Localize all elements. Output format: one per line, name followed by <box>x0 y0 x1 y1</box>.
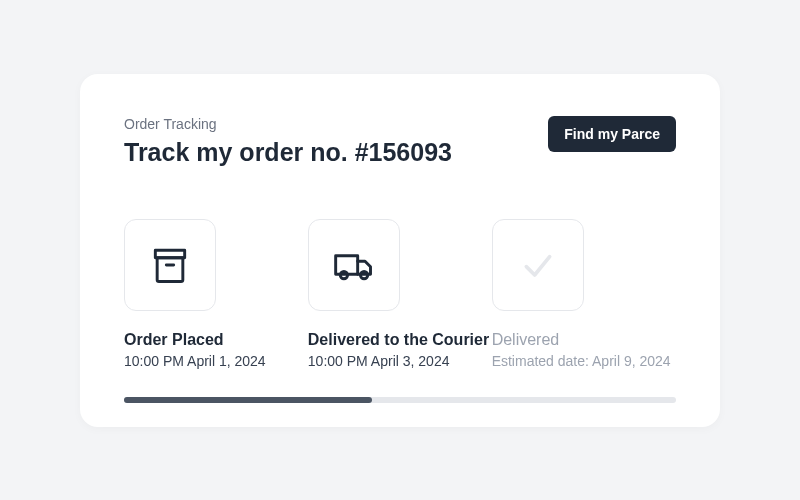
page-title: Track my order no. #156093 <box>124 138 452 167</box>
step-title: Delivered to the Courier <box>308 331 492 349</box>
step-order-placed: Order Placed 10:00 PM April 1, 2024 <box>124 219 308 369</box>
progress-bar <box>124 397 676 403</box>
check-icon <box>492 219 584 311</box>
step-subtitle: Estimated date: April 9, 2024 <box>492 353 676 369</box>
step-courier: Delivered to the Courier 10:00 PM April … <box>308 219 492 369</box>
eyebrow-label: Order Tracking <box>124 116 452 132</box>
progress-fill <box>124 397 372 403</box>
step-subtitle: 10:00 PM April 3, 2024 <box>308 353 492 369</box>
truck-icon <box>308 219 400 311</box>
step-subtitle: 10:00 PM April 1, 2024 <box>124 353 308 369</box>
box-icon <box>124 219 216 311</box>
heading-block: Order Tracking Track my order no. #15609… <box>124 116 452 167</box>
tracking-steps: Order Placed 10:00 PM April 1, 2024 Deli… <box>124 219 676 369</box>
step-delivered: Delivered Estimated date: April 9, 2024 <box>492 219 676 369</box>
step-title: Delivered <box>492 331 676 349</box>
tracking-card: Order Tracking Track my order no. #15609… <box>80 74 720 427</box>
step-title: Order Placed <box>124 331 308 349</box>
card-header: Order Tracking Track my order no. #15609… <box>124 116 676 167</box>
find-parcel-button[interactable]: Find my Parce <box>548 116 676 152</box>
